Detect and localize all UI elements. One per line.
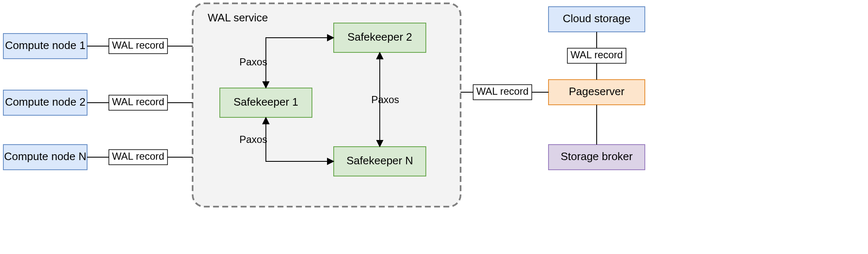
safekeeper-2: Safekeeper 2 (334, 23, 426, 52)
safekeeper-1: Safekeeper 1 (220, 88, 312, 117)
storage-broker-label: Storage broker (561, 150, 633, 163)
cloud-storage-label: Cloud storage (563, 12, 631, 25)
safekeeper-2-label: Safekeeper 2 (348, 31, 412, 43)
wal-record-label-3: WAL record (109, 150, 167, 165)
compute-node-1: Compute node 1 (3, 34, 87, 59)
wal-record-label-vertical: WAL record (567, 48, 626, 63)
wal-record-label-1: WAL record (109, 39, 167, 54)
compute-node-1-label: Compute node 1 (5, 39, 85, 52)
safekeeper-n-label: Safekeeper N (347, 154, 413, 167)
wal-record-text-vertical: WAL record (571, 49, 623, 60)
pageserver-box: Pageserver (549, 80, 645, 105)
compute-node-n: Compute node N (3, 145, 87, 170)
cloud-storage-box: Cloud storage (549, 7, 645, 32)
wal-service-title: WAL service (208, 11, 268, 24)
safekeeper-n: Safekeeper N (334, 147, 426, 176)
wal-record-label-2: WAL record (109, 95, 167, 110)
wal-record-text-right: WAL record (476, 86, 529, 97)
wal-record-label-right: WAL record (473, 85, 532, 100)
wal-record-text-2: WAL record (112, 96, 165, 107)
paxos-label-2: Paxos (240, 134, 268, 145)
pageserver-label: Pageserver (569, 85, 625, 98)
compute-node-n-label: Compute node N (4, 150, 87, 163)
safekeeper-1-label: Safekeeper 1 (234, 96, 299, 108)
paxos-label-3: Paxos (371, 94, 399, 105)
compute-node-2: Compute node 2 (3, 90, 87, 115)
compute-node-2-label: Compute node 2 (5, 96, 85, 108)
storage-broker-box: Storage broker (549, 145, 645, 170)
architecture-diagram: WAL service Compute node 1 Compute node … (0, 0, 868, 254)
paxos-label-1: Paxos (240, 56, 268, 67)
wal-record-text-1: WAL record (112, 39, 165, 51)
wal-record-text-3: WAL record (112, 150, 165, 162)
